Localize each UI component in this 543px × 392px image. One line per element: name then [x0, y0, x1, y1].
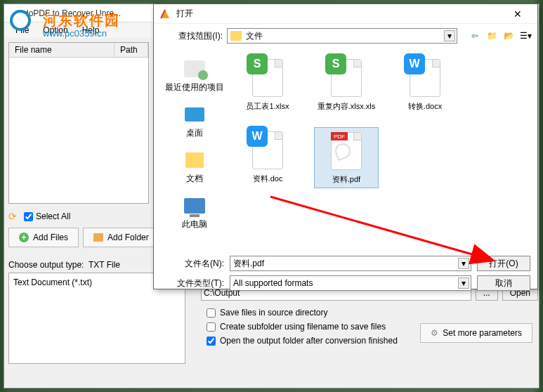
file-table[interactable]: File name Path [8, 42, 149, 204]
pdf-icon: PDF [331, 132, 348, 141]
filetype-select[interactable]: All supported formats ▾ [230, 275, 471, 291]
file-label: 资料.doc [253, 174, 283, 184]
dialog-toolbar: ⇦ 📁 📂 ☰▾ [469, 30, 532, 42]
more-params-button[interactable]: ⚙ Set more parameters [420, 323, 532, 343]
col-path[interactable]: Path [115, 43, 148, 57]
file-label: 重复内容.xlsx.xls [318, 101, 376, 112]
dialog-icon [159, 8, 171, 20]
lookin-row: 查找范围(I): 文件 ▾ ⇦ 📁 📂 ☰▾ [159, 28, 532, 44]
dialog-title-bar: 打开 ✕ [154, 4, 537, 24]
cb-save-source-label: Save files in source directory [220, 308, 327, 318]
filename-row: 文件名(N): 资料.pdf ▾ 打开(O) [161, 256, 530, 271]
sidebar-docs[interactable]: 文档 [181, 146, 209, 188]
dialog-open-button[interactable]: 打开(O) [477, 256, 530, 271]
docx-icon: W [404, 53, 425, 74]
xlsx-icon: S [247, 53, 268, 74]
dialog-main: 最近使用的项目 桌面 文档 此电脑 S员工表1.xlsxS重复内容.xlsx.x… [159, 49, 532, 253]
sidebar-pc-label: 此电脑 [182, 218, 207, 230]
file-item[interactable]: PDF资料.pdf [314, 127, 379, 188]
back-icon[interactable]: ⇦ [469, 30, 481, 42]
docx-icon: W [247, 126, 268, 147]
menu-help[interactable]: Help [75, 24, 107, 37]
new-folder-icon[interactable]: 📂 [502, 30, 515, 42]
recent-icon [184, 60, 205, 77]
sidebar-desktop[interactable]: 桌面 [181, 100, 209, 142]
select-all-checkbox[interactable] [24, 212, 33, 221]
file-label: 员工表1.xlsx [246, 101, 289, 112]
view-menu-icon[interactable]: ☰▾ [519, 30, 532, 42]
sidebar-recent-label: 最近使用的项目 [165, 81, 224, 93]
dialog-close-button[interactable]: ✕ [504, 6, 532, 22]
desktop-icon [185, 107, 204, 122]
file-item[interactable]: W资料.doc [235, 127, 300, 188]
dialog-sidebar: 最近使用的项目 桌面 文档 此电脑 [159, 49, 230, 253]
select-all-label: Select All [36, 211, 70, 221]
cb-create-subfolder-box[interactable] [207, 322, 216, 332]
cb-save-source: Save files in source directory [207, 308, 538, 318]
cb-save-source-box[interactable] [207, 308, 216, 318]
add-files-label: Add Files [33, 233, 68, 242]
dropdown-icon[interactable]: ▾ [458, 277, 469, 289]
dialog-cancel-button[interactable]: 取消 [477, 275, 530, 291]
file-label: 转换.docx [408, 101, 442, 112]
more-params-label: Set more parameters [443, 328, 522, 338]
up-icon[interactable]: 📁 [485, 30, 498, 42]
dialog-title: 打开 [176, 8, 504, 20]
file-table-header: File name Path [9, 43, 148, 58]
cb-open-after-label: Open the output folder after conversion … [220, 336, 398, 346]
file-area[interactable]: S员工表1.xlsxS重复内容.xlsx.xlsW转换.docxW资料.docP… [230, 49, 532, 253]
open-dialog: 打开 ✕ 查找范围(I): 文件 ▾ ⇦ 📁 📂 ☰▾ 最近使用的项目 [153, 4, 538, 289]
filetype-label: 文件类型(T): [161, 277, 224, 289]
lookin-label: 查找范围(I): [159, 30, 223, 42]
filename-label: 文件名(N): [161, 258, 224, 270]
plus-icon: + [19, 233, 29, 242]
cb-create-subfolder-label: Create subfolder using filename to save … [220, 322, 386, 332]
documents-icon [185, 152, 204, 168]
folder-icon [230, 31, 242, 41]
file-item[interactable]: W转换.docx [393, 55, 457, 115]
filetype-row: 文件类型(T): All supported formats ▾ 取消 [161, 275, 530, 291]
file-item[interactable]: S员工表1.xlsx [235, 55, 300, 115]
add-folder-button[interactable]: Add Folder [83, 228, 159, 247]
refresh-icon[interactable]: ⟳ [8, 211, 17, 222]
col-filename[interactable]: File name [9, 43, 115, 57]
add-folder-label: Add Folder [107, 233, 149, 242]
dialog-body: 查找范围(I): 文件 ▾ ⇦ 📁 📂 ☰▾ 最近使用的项目 [154, 24, 537, 253]
file-label: 资料.pdf [332, 174, 360, 185]
sidebar-desktop-label: 桌面 [186, 127, 203, 139]
sidebar-recent[interactable]: 最近使用的项目 [162, 55, 227, 96]
folder-icon [93, 233, 103, 242]
dropdown-icon[interactable]: ▾ [444, 30, 455, 41]
app-icon [8, 8, 20, 19]
file-item[interactable]: S重复内容.xlsx.xls [314, 55, 379, 115]
lookin-select[interactable]: 文件 ▾ [227, 28, 457, 44]
dialog-bottom: 文件名(N): 资料.pdf ▾ 打开(O) 文件类型(T): All supp… [154, 253, 537, 301]
sidebar-pc[interactable]: 此电脑 [179, 192, 210, 233]
computer-icon [184, 198, 205, 214]
menu-option[interactable]: Option [36, 24, 74, 37]
dropdown-icon[interactable]: ▾ [458, 258, 469, 269]
gear-icon: ⚙ [431, 328, 438, 338]
cb-open-after-box[interactable] [207, 337, 216, 346]
add-files-button[interactable]: + Add Files [8, 228, 79, 247]
sidebar-docs-label: 文档 [186, 173, 203, 185]
menu-file[interactable]: File [8, 24, 36, 37]
xlsx-icon: S [325, 53, 346, 74]
lookin-value: 文件 [246, 30, 263, 42]
filename-input[interactable]: 资料.pdf ▾ [230, 256, 471, 271]
